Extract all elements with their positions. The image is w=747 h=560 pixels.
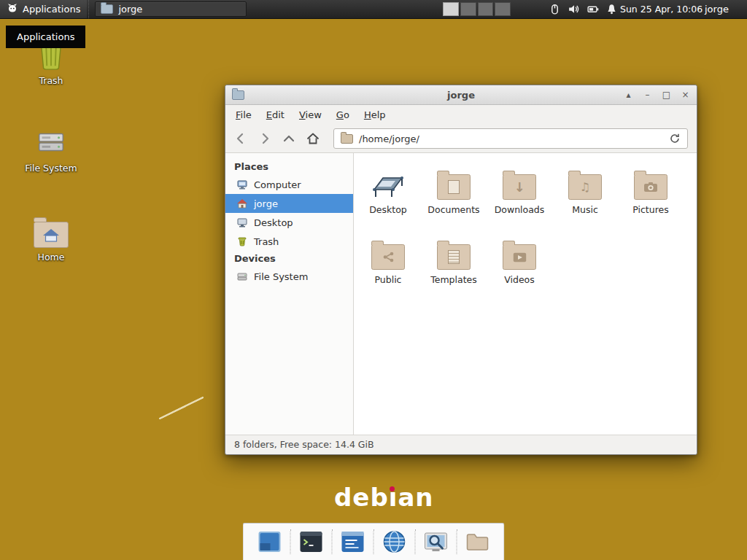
window-stack-icon <box>258 529 282 554</box>
folder-icon: ↓ <box>503 174 536 200</box>
sidebar-item-label: Trash <box>254 236 279 247</box>
computer-icon <box>236 179 248 190</box>
menu-help[interactable]: Help <box>357 106 393 123</box>
notification-bell-icon[interactable] <box>605 3 618 15</box>
terminal-icon <box>299 529 324 554</box>
dock-launcher-terminal[interactable] <box>298 528 325 556</box>
folder-item-templates[interactable]: Templates <box>421 232 487 302</box>
folder-label: Templates <box>421 274 487 285</box>
magnifier-screen-icon <box>424 529 449 554</box>
folder-item-public[interactable]: Public <box>355 232 421 302</box>
taskbar-window-label: jorge <box>118 4 142 15</box>
top-panel: Applications jorge Sun 25 Apr, 10:06 jor… <box>0 0 747 19</box>
dock-separator <box>290 529 291 554</box>
dock-launcher-app-finder[interactable] <box>422 528 450 556</box>
debian-i-letter: ı <box>389 485 398 510</box>
workspace-3[interactable] <box>478 2 494 16</box>
sidebar-item-jorge[interactable]: jorge <box>225 194 353 213</box>
status-bar: 8 folders, Free space: 14.4 GiB <box>225 435 697 454</box>
folder-label: Public <box>355 274 421 285</box>
sidebar-header-devices: Devices <box>225 251 353 267</box>
drive-icon <box>20 124 82 159</box>
folder-item-documents[interactable]: Documents <box>421 162 487 232</box>
dock-separator <box>332 529 333 554</box>
bottom-dock <box>243 523 505 560</box>
back-button[interactable] <box>234 132 247 145</box>
input-device-icon[interactable] <box>549 3 561 15</box>
menu-go[interactable]: Go <box>329 106 357 123</box>
dock-launcher-file-manager[interactable] <box>464 528 492 556</box>
path-folder-icon <box>341 134 353 144</box>
sidebar-item-computer[interactable]: Computer <box>225 175 353 194</box>
desktop-icon-file-system[interactable]: File System <box>20 124 82 174</box>
sidebar-item-label: jorge <box>254 198 278 209</box>
desktop-icon-home[interactable]: Home <box>20 213 82 262</box>
dock-separator <box>457 529 457 554</box>
folder-icon: ♫ <box>568 174 602 200</box>
folder-item-desktop[interactable]: Desktop <box>355 162 421 232</box>
trash-icon <box>236 236 248 247</box>
desk-icon <box>355 162 421 200</box>
reload-button[interactable] <box>669 133 681 144</box>
minimize-button[interactable]: – <box>643 85 652 104</box>
sidebar-item-file-system[interactable]: File System <box>225 267 353 286</box>
debian-text-left: deb <box>334 483 389 512</box>
home-button[interactable] <box>306 132 320 145</box>
file-manager-window: jorge ▴ – □ × File Edit View Go Help /ho… <box>225 85 697 455</box>
shade-button[interactable]: ▴ <box>624 85 633 104</box>
folder-icon <box>634 174 667 200</box>
icon-grid: Desktop Documents ↓ Downloads ♫ Music <box>354 153 691 302</box>
applications-menu-label: Applications <box>23 4 80 15</box>
folder-item-music[interactable]: ♫ Music <box>552 162 618 232</box>
folder-item-downloads[interactable]: ↓ Downloads <box>487 162 552 232</box>
workspace-4[interactable] <box>495 2 511 16</box>
applications-menu-button[interactable]: Applications <box>0 0 87 18</box>
share-icon <box>382 251 395 263</box>
house-emblem-icon <box>42 228 60 242</box>
maximize-button[interactable]: □ <box>662 85 671 104</box>
desktop-icon-label: Home <box>20 252 82 262</box>
folder-icon <box>437 244 471 270</box>
taskbar-window-button[interactable]: jorge <box>95 1 247 17</box>
folder-label: Documents <box>421 204 487 215</box>
forward-button[interactable] <box>258 132 271 145</box>
path-text[interactable]: /home/jorge/ <box>359 133 663 144</box>
folder-item-pictures[interactable]: Pictures <box>618 162 684 232</box>
sidebar-item-label: File System <box>254 271 308 282</box>
close-button[interactable]: × <box>681 85 690 104</box>
titlebar[interactable]: jorge ▴ – □ × <box>225 85 697 105</box>
sidebar-header-places: Places <box>225 159 353 175</box>
dock-launcher-text-editor[interactable] <box>339 528 367 556</box>
sidebar-item-desktop[interactable]: Desktop <box>225 213 353 232</box>
menu-edit[interactable]: Edit <box>259 106 292 123</box>
video-icon <box>513 252 527 262</box>
location-bar[interactable]: /home/jorge/ <box>333 128 688 149</box>
power-manager-icon[interactable] <box>587 3 599 15</box>
menu-view[interactable]: View <box>292 106 329 123</box>
workspace-2[interactable] <box>460 2 476 16</box>
folder-label: Music <box>552 204 618 215</box>
workspace-1[interactable] <box>443 2 459 16</box>
sidebar: Places Computer jorge Desktop <box>225 153 354 435</box>
folder-label: Pictures <box>618 204 684 215</box>
folder-item-videos[interactable]: Videos <box>487 232 552 302</box>
volume-icon[interactable] <box>568 3 580 15</box>
user-menu[interactable]: jorge <box>705 0 729 18</box>
folder-icon <box>371 244 405 270</box>
drive-icon <box>236 271 248 282</box>
up-button[interactable] <box>282 132 295 145</box>
globe-icon <box>382 529 407 554</box>
system-tray <box>549 3 618 15</box>
dock-launcher-web-browser[interactable] <box>381 528 409 556</box>
dock-separator <box>415 529 416 554</box>
folder-icon <box>503 244 536 270</box>
download-arrow-icon: ↓ <box>514 181 525 194</box>
sidebar-item-label: Computer <box>254 179 301 190</box>
dock-launcher-desktop[interactable] <box>256 528 284 556</box>
folder-icon <box>437 174 471 200</box>
workspace-pager[interactable] <box>443 2 512 16</box>
sidebar-item-trash[interactable]: Trash <box>225 232 353 251</box>
file-view[interactable]: Desktop Documents ↓ Downloads ♫ Music <box>354 153 697 435</box>
clock[interactable]: Sun 25 Apr, 10:06 <box>620 0 703 18</box>
menu-file[interactable]: File <box>228 106 259 123</box>
